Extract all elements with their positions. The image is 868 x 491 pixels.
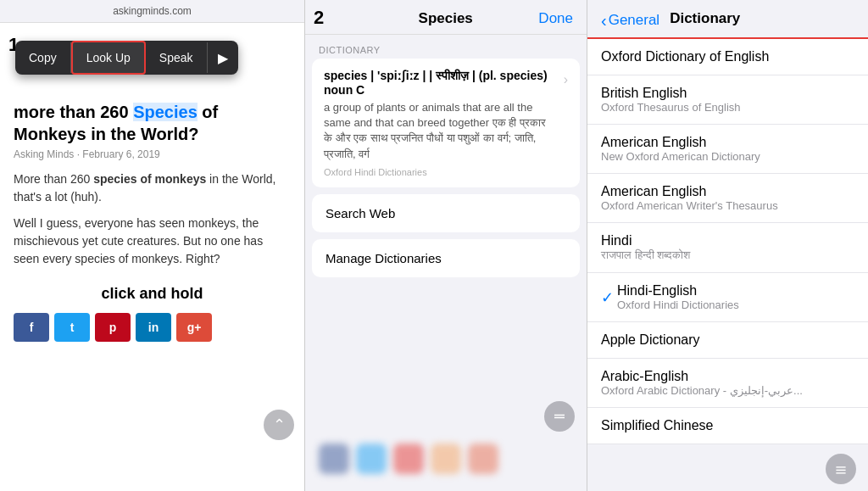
panel3-header: ‹ General Dictionary — [587, 0, 868, 39]
tab-dictionary[interactable]: Dictionary — [670, 10, 740, 31]
pinterest-button[interactable]: p — [95, 313, 131, 342]
panel-2: 2 Species Done DICTIONARY species | 'spi… — [305, 0, 587, 491]
facebook-button[interactable]: f — [14, 313, 49, 342]
dict-item-sub: राजपाल हिन्दी शब्दकोश — [601, 248, 690, 262]
dict-word: species | 'spiːʃiːz | | स्पीशीज़ | (pl. … — [324, 69, 557, 97]
url-text: askingminds.com — [113, 5, 192, 17]
dictionary-list: Oxford Dictionary of English British Eng… — [587, 39, 868, 486]
dict-definition: a group of plants or animals that are al… — [324, 100, 557, 162]
dot-2 — [356, 444, 387, 474]
dict-item-name: American English — [601, 184, 778, 199]
panel3-tabs: Dictionary — [670, 10, 740, 31]
dict-item-american-noad[interactable]: American English New Oxford American Dic… — [587, 125, 868, 174]
dot-5 — [468, 444, 498, 474]
dict-item-chinese[interactable]: Simplified Chinese — [587, 408, 868, 444]
panel2-title: Species — [419, 10, 473, 27]
dictionary-section-label: DICTIONARY — [305, 35, 587, 59]
dict-item-arabic[interactable]: Arabic-English Oxford Arabic Dictionary … — [587, 359, 868, 408]
click-hold-label: click and hold — [0, 278, 304, 306]
chevron-right-icon: › — [564, 72, 568, 87]
bottom-dots — [305, 433, 587, 484]
googleplus-button[interactable]: g+ — [176, 313, 212, 342]
article-meta: Asking Minds · February 6, 2019 — [14, 148, 291, 160]
dict-item-sub: Oxford Hindi Dictionaries — [617, 299, 854, 311]
dict-item-name: Oxford Dictionary of English — [601, 49, 769, 64]
dict-item-name: Simplified Chinese — [601, 418, 714, 433]
dict-item-sub: Oxford American Writer's Thesaurus — [601, 199, 778, 212]
dict-item-sub: New Oxford American Dictionary — [601, 150, 760, 163]
dictionary-entry-content: species | 'spiːʃiːz | | स्पीशीज़ | (pl. … — [324, 69, 557, 177]
dict-item-sub: Oxford Thesaurus of English — [601, 101, 741, 114]
panel3-scroll — [826, 454, 856, 484]
dict-item-hindi[interactable]: Hindi राजपाल हिन्दी शब्दकोश — [587, 223, 868, 273]
dict-item-name: Hindi-English — [617, 283, 854, 299]
panel-number-2: 2 — [314, 7, 324, 29]
url-bar: askingminds.com — [0, 0, 304, 23]
search-web-button[interactable]: Search Web — [312, 194, 580, 232]
back-button[interactable]: ‹ General — [601, 11, 659, 31]
panel-3: ‹ General Dictionary Oxford Dictionary o… — [587, 0, 868, 491]
scroll-up-indicator[interactable]: ⌃ — [264, 410, 294, 440]
social-buttons: f t p in g+ — [0, 306, 304, 349]
highlighted-word: Species — [133, 103, 198, 121]
checkmark-icon: ✓ — [601, 288, 614, 307]
dictionary-card[interactable]: species | 'spiːʃiːz | | स्पीशीज़ | (pl. … — [312, 59, 580, 187]
dot-4 — [431, 444, 461, 474]
speak-button[interactable]: Speak — [146, 42, 208, 73]
dict-item-name: British English — [601, 86, 741, 101]
panel2-header: Species Done — [305, 0, 587, 35]
twitter-button[interactable]: t — [54, 313, 90, 342]
dict-item-sub: Oxford Arabic Dictionary - عربي-إنجليزي.… — [601, 384, 803, 397]
context-menu: Copy Look Up Speak ▶ — [15, 41, 238, 75]
article-content: more than 260 Species of Monkeys in the … — [0, 91, 304, 278]
lookup-button[interactable]: Look Up — [71, 41, 146, 75]
done-button[interactable]: Done — [538, 10, 573, 27]
back-chevron-icon: ‹ — [601, 11, 607, 31]
dict-source: Oxford Hindi Dictionaries — [324, 167, 557, 177]
linkedin-button[interactable]: in — [136, 313, 171, 342]
dict-item-name: Apple Dictionary — [601, 332, 700, 348]
article-headline: more than 260 Species of Monkeys in the … — [14, 101, 291, 145]
dot-3 — [393, 444, 424, 474]
dict-item-name: Hindi — [601, 233, 690, 248]
article-body: More than 260 species of monkeys in the … — [14, 170, 291, 268]
back-label: General — [609, 12, 659, 29]
dict-item-hindi-english[interactable]: ✓ Hindi-English Oxford Hindi Dictionarie… — [587, 273, 868, 322]
panel-1: askingminds.com 1 Copy Look Up Speak ▶ m… — [0, 0, 305, 491]
copy-button[interactable]: Copy — [15, 42, 71, 73]
panel2-scroll — [544, 401, 575, 432]
dot-1 — [319, 444, 349, 474]
dict-item-american-thesaurus[interactable]: American English Oxford American Writer'… — [587, 174, 868, 223]
manage-dictionaries-button[interactable]: Manage Dictionaries — [312, 239, 580, 277]
more-arrow[interactable]: ▶ — [208, 42, 238, 75]
dict-item-oxford[interactable]: Oxford Dictionary of English — [587, 39, 868, 75]
dict-item-apple[interactable]: Apple Dictionary — [587, 322, 868, 359]
dict-item-british[interactable]: British English Oxford Thesaurus of Engl… — [587, 75, 868, 125]
dict-item-name: Arabic-English — [601, 369, 803, 384]
dict-item-name: American English — [601, 135, 760, 150]
